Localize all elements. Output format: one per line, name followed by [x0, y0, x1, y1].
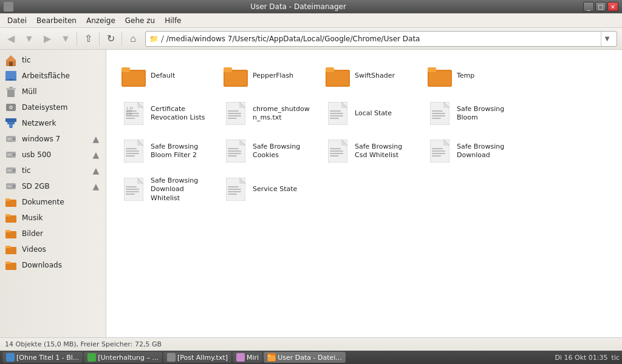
svg-rect-66	[228, 118, 237, 119]
forward-button[interactable]: ▶	[39, 30, 56, 47]
svg-rect-108	[432, 155, 441, 157]
sidebar-item-network[interactable]: Netzwerk	[0, 115, 106, 131]
desktop-icon	[5, 70, 17, 82]
file-item-safe-browsing-csd-whitelist[interactable]: Safe Browsing Csd Whitelist	[320, 135, 417, 167]
sidebar-item-bilder[interactable]: Bilder	[0, 226, 106, 241]
close-button[interactable]: ✕	[607, 2, 618, 12]
back-dropdown-button[interactable]: ▼	[21, 30, 38, 47]
address-path-text: ⧸ /media/windows 7/Users/tic/AppData/Loc…	[161, 35, 601, 43]
eject-button-sd2gb[interactable]: ▲	[91, 181, 101, 191]
svg-rect-2	[9, 62, 13, 66]
file-item-local-state[interactable]: Local State	[320, 97, 417, 130]
taskbar-icon-post-allmy	[167, 353, 176, 362]
address-bar[interactable]: 📁 ⧸ /media/windows 7/Users/tic/AppData/L…	[145, 31, 617, 47]
taskbar-app-user-data[interactable]: User Data - Datei...	[264, 352, 346, 363]
forward-dropdown-button[interactable]: ▼	[57, 30, 74, 47]
toolbar-separator-2	[99, 32, 100, 46]
taskbar-app-post-allmy[interactable]: [Post Allmy.txt]	[163, 352, 231, 363]
svg-rect-121	[228, 191, 241, 192]
sidebar-item-filesystem[interactable]: Dateisystem	[0, 99, 106, 115]
file-item-safe-browsing-download-whitelist[interactable]: Safe Browsing Download Whitelist	[116, 172, 213, 207]
menu-datei[interactable]: Datei	[2, 15, 32, 26]
svg-rect-71	[330, 113, 343, 114]
sidebar-label-windows7: windows 7	[22, 135, 60, 143]
taskbar-app-ohne-titel[interactable]: [Ohne Titel 1 - Bl...	[2, 352, 83, 363]
svg-rect-112	[126, 186, 137, 187]
taskbar-user: tic	[612, 354, 620, 362]
sidebar-item-tic-home[interactable]: tic	[0, 52, 106, 68]
menu-hilfe[interactable]: Hilfe	[160, 15, 186, 26]
svg-text:010: 010	[126, 112, 132, 116]
svg-rect-85	[126, 150, 139, 152]
folder-icon-musik	[5, 212, 17, 224]
menu-bearbeiten[interactable]: Bearbeiten	[32, 15, 81, 26]
svg-rect-78	[432, 113, 445, 114]
maximize-button[interactable]: □	[595, 2, 606, 12]
window-title: User Data - Dateimanager	[13, 2, 583, 11]
svg-rect-27	[7, 186, 12, 187]
reload-button[interactable]: ↻	[102, 30, 119, 47]
file-item-temp[interactable]: Temp	[422, 59, 519, 92]
network-icon	[5, 117, 17, 129]
file-item-safe-browsing-bloom[interactable]: Safe Browsing Bloom	[422, 97, 519, 130]
file-item-safe-browsing-download[interactable]: Safe Browsing Download	[422, 135, 519, 167]
svg-point-20	[13, 153, 15, 156]
file-item-pepperflash[interactable]: PepperFlash	[218, 59, 315, 92]
eject-button-usb500[interactable]: ▲	[91, 150, 101, 160]
taskbar-app-miri[interactable]: Miri	[233, 352, 262, 363]
document-icon-safe-browsing-cookies	[224, 139, 248, 163]
minimize-button[interactable]: _	[583, 2, 594, 12]
sidebar-item-trash[interactable]: Müll	[0, 84, 106, 99]
svg-rect-5	[9, 79, 13, 81]
svg-rect-49	[429, 71, 451, 86]
file-item-service-state[interactable]: Service State	[218, 172, 315, 207]
menu-anzeige[interactable]: Anzeige	[81, 15, 120, 26]
sidebar-item-tic-drive[interactable]: tic ▲	[0, 163, 106, 178]
sidebar-item-downloads[interactable]: Downloads	[0, 257, 106, 273]
svg-rect-24	[7, 170, 12, 171]
status-text: 14 Objekte (15,0 MB), Freier Speicher: 7…	[5, 340, 162, 348]
menu-gehe-zu[interactable]: Gehe zu	[120, 15, 160, 26]
window-controls[interactable]: _ □ ✕	[583, 2, 618, 12]
back-button[interactable]: ◀	[2, 30, 19, 47]
document-icon-safe-browsing-csd-whitelist	[326, 139, 350, 163]
taskbar-label-user-data: User Data - Datei...	[278, 354, 342, 362]
file-item-safe-browsing-bloom-filter[interactable]: Safe Browsing Bloom Filter 2	[116, 135, 213, 167]
taskbar-icon-unterhaltung	[87, 353, 96, 362]
file-item-swiftshader[interactable]: SwiftShader	[320, 59, 417, 92]
home-button[interactable]: ⌂	[125, 30, 142, 47]
svg-rect-65	[228, 115, 241, 116]
file-item-default[interactable]: Default	[116, 59, 213, 92]
file-item-cert-revoc[interactable]: 1 10 101 010 Certificate Revocation List…	[116, 97, 213, 130]
sidebar-item-musik[interactable]: Musik	[0, 210, 106, 226]
up-button[interactable]: ⇧	[80, 30, 97, 47]
eject-button-tic[interactable]: ▲	[91, 166, 101, 175]
sidebar-item-windows7[interactable]: windows 7 ▲	[0, 131, 106, 147]
file-item-safe-browsing-cookies[interactable]: Safe Browsing Cookies	[218, 135, 315, 167]
svg-rect-114	[126, 191, 139, 192]
file-name-safe-browsing-download: Safe Browsing Download	[457, 143, 514, 160]
sidebar-item-desktop[interactable]: Arbeitsfläche	[0, 68, 106, 84]
document-icon-service-state	[224, 177, 248, 201]
sidebar-item-videos[interactable]: Videos	[0, 241, 106, 257]
svg-rect-93	[228, 153, 241, 154]
eject-button-windows7[interactable]: ▲	[91, 134, 101, 144]
file-name-temp: Temp	[457, 72, 474, 80]
svg-rect-70	[330, 110, 341, 112]
drive-icon-sd2gb	[5, 180, 17, 192]
svg-rect-18	[7, 138, 12, 140]
sidebar-item-sd2gb[interactable]: SD 2GB ▲	[0, 178, 106, 194]
file-item-chrome-shutdown[interactable]: chrome_shutdown_ms.txt	[218, 97, 315, 130]
drive-icon-tic	[5, 164, 17, 177]
sidebar-item-dokumente[interactable]: Dokumente	[0, 194, 106, 210]
address-dropdown-button[interactable]: ▼	[601, 32, 613, 46]
document-icon-safe-browsing-download	[428, 139, 452, 163]
svg-rect-87	[126, 155, 135, 157]
sidebar-label-trash: Müll	[22, 87, 37, 96]
taskbar-app-unterhaltung[interactable]: [Unterhaltung – ...	[84, 352, 162, 363]
sidebar-label-filesystem: Dateisystem	[22, 103, 67, 112]
sidebar-item-usb500[interactable]: usb 500 ▲	[0, 147, 106, 163]
sidebar-label-tic-drive: tic	[22, 166, 31, 175]
svg-rect-79	[432, 115, 445, 116]
svg-rect-29	[5, 198, 10, 201]
